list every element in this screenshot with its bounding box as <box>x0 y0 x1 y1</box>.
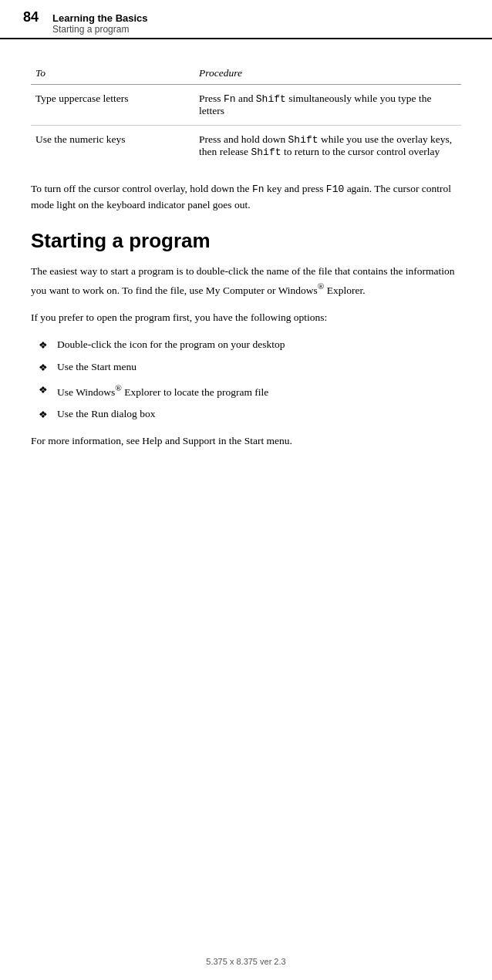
header-text-group: Learning the Basics Starting a program <box>52 12 148 35</box>
key-shift-2: Shift <box>288 134 318 146</box>
list-item: ❖ Double-click the icon for the program … <box>31 337 461 353</box>
intro-paragraph-1: The easiest way to start a program is to… <box>31 264 461 298</box>
list-item-text: Use the Run dialog box <box>57 406 156 423</box>
bullet-icon: ❖ <box>39 360 48 375</box>
options-list: ❖ Double-click the icon for the program … <box>31 337 461 423</box>
main-content: To Procedure Type uppercase letters Pres… <box>0 39 492 476</box>
key-shift-1: Shift <box>256 93 286 105</box>
intro-paragraph-2: If you prefer to open the program first,… <box>31 310 461 326</box>
key-fn-inline: Fn <box>252 184 265 195</box>
page-container: 84 Learning the Basics Starting a progra… <box>0 0 492 980</box>
footer-note-paragraph: For more information, see Help and Suppo… <box>31 433 461 450</box>
list-item: ❖ Use the Run dialog box <box>31 406 461 423</box>
key-fn: Fn <box>224 93 236 105</box>
header-chapter: Learning the Basics <box>52 12 148 24</box>
page-header: 84 Learning the Basics Starting a progra… <box>0 0 492 39</box>
table-cell-to-2: Use the numeric keys <box>31 126 194 167</box>
key-f10: F10 <box>326 184 344 195</box>
table-header-to: To <box>31 62 194 85</box>
list-item-text: Use Windows® Explorer to locate the prog… <box>57 382 268 400</box>
table-row: Type uppercase letters Press Fn and Shif… <box>31 85 461 126</box>
list-item: ❖ Use Windows® Explorer to locate the pr… <box>31 382 461 400</box>
table-row: Use the numeric keys Press and hold down… <box>31 126 461 167</box>
list-item-text: Use the Start menu <box>57 359 136 375</box>
table-header-procedure: Procedure <box>194 62 461 85</box>
header-section: Starting a program <box>52 24 148 35</box>
section-heading-starting: Starting a program <box>31 229 461 253</box>
table-cell-procedure-2: Press and hold down Shift while you use … <box>194 126 461 167</box>
key-shift-3: Shift <box>251 146 281 158</box>
bullet-icon: ❖ <box>39 338 48 353</box>
bullet-icon: ❖ <box>39 382 48 398</box>
fn-key-paragraph: To turn off the cursor control overlay, … <box>31 181 461 214</box>
list-item: ❖ Use the Start menu <box>31 359 461 375</box>
page-footer: 5.375 x 8.375 ver 2.3 <box>0 957 492 966</box>
bullet-icon: ❖ <box>39 407 48 423</box>
list-item-text: Double-click the icon for the program on… <box>57 337 285 353</box>
footer-text: 5.375 x 8.375 ver 2.3 <box>206 957 285 966</box>
page-number: 84 <box>23 9 39 25</box>
table-cell-procedure: Press Fn and Shift simultaneously while … <box>194 85 461 126</box>
table-cell-to: Type uppercase letters <box>31 85 194 126</box>
keyboard-table: To Procedure Type uppercase letters Pres… <box>31 62 461 166</box>
